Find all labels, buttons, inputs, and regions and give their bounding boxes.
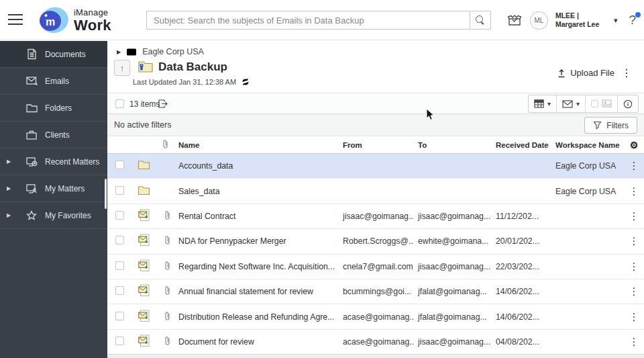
email-icon — [138, 284, 150, 297]
row-checkbox[interactable] — [115, 312, 124, 320]
row-from: bcummings@goi... — [339, 287, 414, 296]
sidebar-item-label: Recent Matters — [45, 157, 99, 167]
row-name: NDA for Pennypacker Merger — [174, 236, 339, 246]
main-content: ▶ Eagle Corp USA ↑ Data Backup Last Upda… — [107, 41, 644, 358]
chevron-down-icon: ▾ — [547, 100, 551, 107]
row-checkbox[interactable] — [115, 211, 124, 220]
menu-icon[interactable] — [8, 14, 23, 25]
column-header-to[interactable]: To — [414, 141, 492, 149]
table-row[interactable]: Distribution Release and Refunding Agre.… — [107, 304, 644, 329]
preview-toggle[interactable] — [586, 95, 618, 112]
email-icon — [138, 209, 150, 222]
table-row[interactable]: Regarding Next Software Inc. Acquisition… — [107, 255, 644, 279]
paperclip-icon — [164, 210, 170, 220]
help-button[interactable]: ? — [629, 13, 636, 28]
sidebar-item-recent-matters[interactable]: ▶ Recent Matters — [0, 148, 107, 175]
row-menu-button[interactable]: ⋮ — [629, 210, 639, 222]
table-row[interactable]: Document for review acase@goimanag... ji… — [107, 330, 644, 355]
row-from: Robert.Scroggs@... — [339, 236, 414, 246]
preview-image-icon — [602, 99, 612, 107]
email-icon — [138, 234, 150, 247]
sidebar-scrollbar[interactable] — [105, 179, 107, 209]
more-actions-button[interactable]: ⋮ — [621, 66, 632, 79]
row-checkbox[interactable] — [115, 186, 124, 195]
chevron-down-icon[interactable]: ▾ — [614, 16, 618, 25]
column-header-workspace-name[interactable]: Workspace Name — [551, 141, 624, 149]
breadcrumb-workspace-link[interactable]: Eagle Corp USA — [142, 47, 204, 56]
upload-file-button[interactable]: Upload File — [557, 68, 614, 78]
row-checkbox[interactable] — [115, 236, 124, 244]
documents-icon — [25, 48, 38, 60]
row-menu-button[interactable]: ⋮ — [629, 160, 639, 172]
row-menu-button[interactable]: ⋮ — [629, 235, 639, 247]
row-checkbox[interactable] — [115, 286, 124, 295]
row-received-date: 14/06/202... — [492, 287, 551, 296]
breadcrumb-expand-icon[interactable]: ▶ — [117, 49, 121, 55]
svg-text:m: m — [46, 16, 55, 28]
email-icon — [138, 310, 150, 322]
sidebar-item-documents[interactable]: ▶ Documents — [0, 41, 107, 68]
row-menu-button[interactable]: ⋮ — [629, 185, 639, 197]
imanage-work-logo: m iManage Work — [35, 5, 136, 36]
folders-icon — [25, 102, 38, 114]
expand-arrow-icon[interactable]: ▶ — [7, 159, 11, 165]
attachment-column-icon[interactable] — [162, 139, 168, 150]
select-all-checkbox[interactable] — [115, 99, 124, 108]
row-checkbox[interactable] — [115, 161, 124, 169]
row-to: jisaac@goimanag... — [414, 262, 492, 271]
email-view-button[interactable]: ▾ — [557, 95, 586, 112]
table-body: Accounts_data Eagle Corp USA ⋮ Sales_dat… — [107, 154, 644, 355]
table-row[interactable]: NDA for Pennypacker Merger Robert.Scrogg… — [107, 229, 644, 254]
last-updated: Last Updated Jan 31, 12:38 AM — [133, 77, 250, 87]
navigate-up-button[interactable]: ↑ — [114, 60, 130, 76]
table-view-button[interactable]: ▾ — [529, 95, 557, 112]
preview-checkbox — [591, 100, 598, 107]
row-name: Accounts_data — [174, 161, 339, 171]
upload-file-label: Upload File — [570, 68, 614, 78]
paperclip-icon — [164, 235, 170, 245]
row-checkbox[interactable] — [115, 261, 124, 270]
column-header-received-date[interactable]: Received Date — [492, 141, 551, 149]
sidebar-item-my-matters[interactable]: ▶ My Matters — [0, 175, 107, 202]
table-row[interactable]: Accounts_data Eagle Corp USA ⋮ — [107, 154, 644, 179]
row-received-date: 11/12/202... — [492, 212, 551, 221]
row-to: jfalat@goimanag... — [414, 287, 492, 296]
row-menu-button[interactable]: ⋮ — [629, 285, 639, 298]
table-footer-strip — [107, 354, 644, 358]
info-button[interactable] — [618, 95, 638, 112]
imanage-logo-icon: m — [35, 5, 70, 36]
folder-icon — [138, 160, 150, 170]
column-header-name[interactable]: Name — [174, 141, 339, 149]
search-input[interactable] — [146, 11, 470, 30]
sidebar-item-clients[interactable]: ▶ Clients — [0, 122, 107, 148]
row-menu-button[interactable]: ⋮ — [629, 261, 639, 273]
paperclip-icon — [164, 285, 170, 296]
avatar[interactable]: ML — [530, 11, 548, 30]
row-name: Rental Contract — [174, 212, 339, 221]
logo-text-work: Work — [74, 18, 111, 33]
checked-out-tray-icon[interactable] — [506, 13, 523, 28]
column-header-from[interactable]: From — [339, 141, 414, 149]
filters-label: Filters — [606, 121, 629, 130]
export-icon[interactable] — [158, 99, 168, 111]
table-row[interactable]: Rental Contract jisaac@goimanag... jisaa… — [107, 204, 644, 229]
row-name: Distribution Release and Refunding Agre.… — [174, 312, 339, 322]
sidebar-item-folders[interactable]: ▶ Folders — [0, 95, 107, 122]
row-from: cnela7@gmail.com — [339, 262, 414, 271]
table-row[interactable]: Annual financial statement for review bc… — [107, 279, 644, 304]
row-to: jisaac@goimanag... — [414, 212, 492, 221]
table-row[interactable]: Sales_data Eagle Corp USA ⋮ — [107, 179, 644, 204]
topbar: m iManage Work ML MLEE | Margaret Lee ▾ … — [0, 0, 644, 40]
row-menu-button[interactable]: ⋮ — [629, 336, 639, 348]
items-toolbar: 13 items ▾ ▾ — [107, 93, 644, 114]
expand-arrow-icon[interactable]: ▶ — [7, 185, 11, 191]
column-settings-gear-icon[interactable]: ⚙ — [630, 140, 639, 150]
refresh-icon[interactable] — [241, 77, 250, 87]
row-menu-button[interactable]: ⋮ — [629, 311, 639, 323]
row-checkbox[interactable] — [115, 337, 124, 345]
filters-button[interactable]: Filters — [584, 117, 637, 134]
expand-arrow-icon[interactable]: ▶ — [7, 212, 11, 218]
sidebar-item-emails[interactable]: ▶ Emails — [0, 68, 107, 95]
sidebar-item-my-favorites[interactable]: ▶ My Favorites — [0, 202, 107, 229]
search-button[interactable] — [470, 11, 491, 30]
